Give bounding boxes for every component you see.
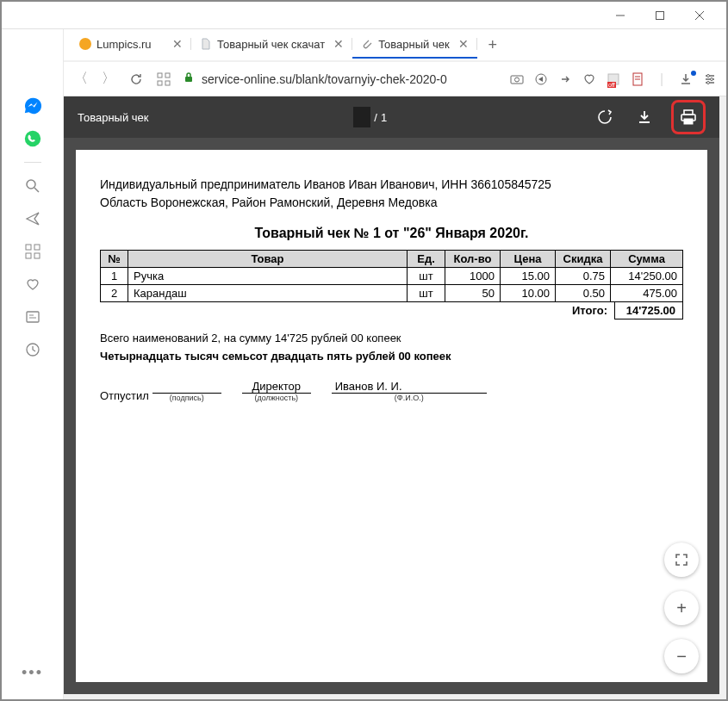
- camera-icon[interactable]: [509, 72, 525, 86]
- speed-dial-icon[interactable]: [17, 244, 48, 259]
- page-indicator: / 1: [148, 107, 592, 127]
- close-icon[interactable]: ✕: [458, 37, 469, 51]
- scrollbar[interactable]: [719, 96, 726, 694]
- maximize-button[interactable]: [640, 2, 680, 29]
- zoom-in-button[interactable]: +: [664, 591, 699, 625]
- page-sep: /: [374, 111, 377, 124]
- sign-line: [152, 380, 221, 394]
- tab-title: Товарный чек скачат: [217, 38, 325, 51]
- svg-rect-6: [165, 73, 170, 78]
- messenger-icon[interactable]: [17, 98, 48, 114]
- total-value: 14'725.00: [614, 302, 683, 319]
- more-icon[interactable]: •••: [22, 664, 43, 682]
- forward-icon[interactable]: [557, 73, 573, 85]
- seller-line: Индивидуальный предприниматель Иванов Ив…: [100, 176, 683, 194]
- zoom-out-button[interactable]: −: [664, 639, 699, 673]
- svg-rect-7: [158, 81, 162, 85]
- svg-point-24: [27, 180, 35, 189]
- sig-caption: (подпись): [170, 394, 204, 402]
- page-total: 1: [381, 111, 387, 124]
- whatsapp-icon[interactable]: [17, 131, 48, 146]
- fio-caption: (Ф.И.О.): [395, 394, 424, 402]
- col-price: Цена: [501, 251, 556, 268]
- history-icon[interactable]: [17, 342, 48, 357]
- close-button[interactable]: [680, 2, 719, 29]
- doc-title: Товарный чек № 1 от "26" Января 2020г.: [100, 226, 683, 241]
- total-label: Итого:: [565, 302, 614, 319]
- col-discount: Скидка: [556, 251, 611, 268]
- address-line: Область Воронежская, Район Рамонский, Де…: [100, 194, 683, 212]
- minimize-button[interactable]: [600, 2, 640, 29]
- speed-dial-button[interactable]: [155, 72, 172, 86]
- pdf-body: Индивидуальный предприниматель Иванов Ив…: [64, 138, 719, 694]
- send-icon[interactable]: [17, 211, 48, 226]
- svg-point-23: [24, 131, 40, 146]
- rotate-button[interactable]: [592, 104, 618, 130]
- ext-off-icon[interactable]: off: [606, 72, 621, 86]
- print-highlight: [671, 100, 706, 134]
- svg-rect-9: [185, 77, 192, 82]
- svg-point-20: [707, 74, 710, 77]
- col-unit: Ед.: [408, 251, 445, 268]
- svg-rect-1: [656, 11, 664, 19]
- tab-lumpics[interactable]: Lumpics.ru ✕: [71, 31, 191, 59]
- table-header-row: № Товар Ед. Кол-во Цена Скидка Сумма: [101, 251, 683, 268]
- svg-rect-5: [158, 73, 162, 78]
- svg-rect-29: [34, 253, 40, 258]
- forward-button[interactable]: 〉: [100, 70, 117, 88]
- search-icon[interactable]: [17, 178, 48, 194]
- heart-sidebar-icon[interactable]: [17, 276, 48, 292]
- sidebar: •••: [2, 29, 64, 699]
- easy-setup-icon[interactable]: [702, 72, 718, 86]
- pdf-toolbar: Товарный чек / 1: [64, 96, 719, 138]
- download-button[interactable]: [632, 104, 657, 130]
- svg-rect-10: [511, 76, 523, 84]
- table-row: 2 Карандаш шт 50 10.00 0.50 475.00: [101, 285, 683, 302]
- back-button[interactable]: 〈: [72, 70, 90, 88]
- svg-rect-30: [27, 312, 39, 322]
- pdf-title: Товарный чек: [78, 111, 148, 124]
- summary-line: Всего наименований 2, на сумму 14'725 ру…: [100, 332, 683, 344]
- vpn-icon[interactable]: [533, 72, 549, 86]
- new-tab-button[interactable]: +: [482, 34, 503, 55]
- zoom-controls: + −: [664, 543, 699, 673]
- reload-button[interactable]: [128, 72, 145, 86]
- col-sum: Сумма: [611, 251, 683, 268]
- close-icon[interactable]: ✕: [333, 37, 344, 51]
- doc-header: Индивидуальный предприниматель Иванов Ив…: [100, 176, 683, 212]
- fit-button[interactable]: [664, 543, 699, 577]
- pdf-viewer: Товарный чек / 1 Индивидуальный предприн…: [64, 96, 719, 694]
- tab-title: Lumpics.ru: [96, 38, 164, 51]
- tab-receipt-pdf[interactable]: Товарный чек ✕: [352, 31, 476, 59]
- news-icon[interactable]: [17, 309, 48, 325]
- print-button[interactable]: [675, 104, 701, 130]
- toolbar-icons: off |: [509, 71, 718, 87]
- download-icon[interactable]: [678, 72, 694, 86]
- total-row: Итого: 14'725.00: [100, 302, 683, 319]
- svg-rect-36: [684, 119, 693, 124]
- url-text: service-online.su/blank/tovarnyiy-chek-2…: [202, 72, 447, 86]
- signature-row: Отпустил (подпись) Директор (должность) …: [100, 380, 683, 402]
- close-icon[interactable]: ✕: [172, 37, 183, 51]
- col-no: №: [101, 251, 128, 268]
- svg-rect-26: [26, 245, 31, 250]
- pdf-page: Индивидуальный предприниматель Иванов Ив…: [76, 150, 707, 682]
- heart-icon[interactable]: [582, 72, 597, 86]
- address-bar: 〈 〉 service-online.su/blank/tovarnyiy-ch…: [64, 62, 726, 96]
- file-icon: [200, 38, 212, 50]
- window-controls: [2, 2, 726, 29]
- svg-point-22: [707, 81, 710, 84]
- svg-point-21: [711, 78, 713, 80]
- svg-point-11: [515, 78, 520, 82]
- tab-receipt-download[interactable]: Товарный чек скачат ✕: [191, 31, 352, 59]
- url-field[interactable]: service-online.su/blank/tovarnyiy-chek-2…: [183, 71, 499, 86]
- ext-icon[interactable]: [630, 72, 645, 86]
- col-qty: Кол-во: [445, 251, 501, 268]
- position-value: Директор: [242, 380, 311, 394]
- tab-bar: Lumpics.ru ✕ Товарный чек скачат ✕ Товар…: [64, 29, 726, 60]
- favicon-icon: [79, 38, 91, 50]
- fio-value: Иванов И. И.: [332, 380, 487, 394]
- receipt-table: № Товар Ед. Кол-во Цена Скидка Сумма 1 Р…: [100, 250, 683, 302]
- table-row: 1 Ручка шт 1000 15.00 0.75 14'250.00: [101, 268, 683, 285]
- page-input[interactable]: [353, 107, 370, 127]
